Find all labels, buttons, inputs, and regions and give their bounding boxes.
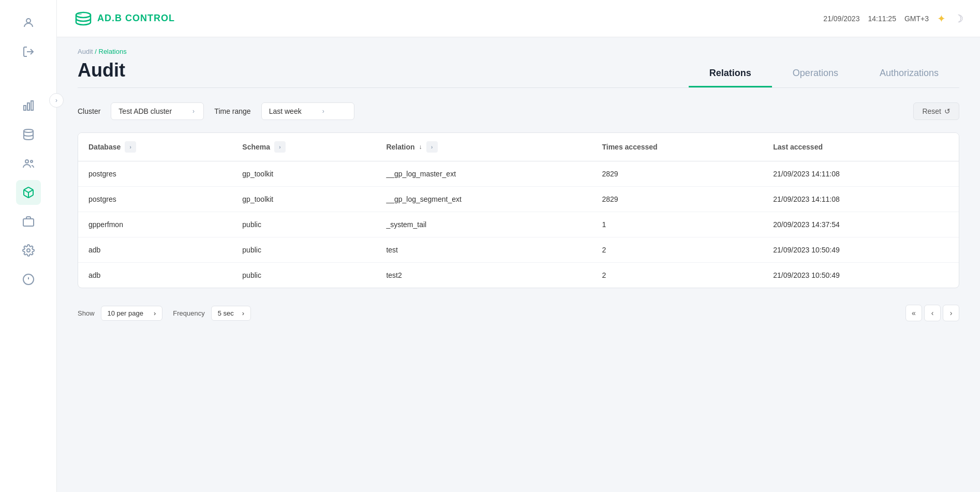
cell-schema-3: public — [232, 237, 376, 263]
svg-rect-3 — [27, 103, 29, 110]
cell-database-0: postgres — [78, 161, 232, 187]
header-right: 21/09/2023 14:11:25 GMT+3 ✦ ☽ — [823, 12, 963, 25]
first-page-button[interactable]: « — [905, 305, 922, 321]
page-content: Audit / Relations Audit Relations Operat… — [57, 37, 980, 492]
page-header: Audit Relations Operations Authorization… — [78, 59, 959, 88]
tab-relations[interactable]: Relations — [689, 62, 772, 87]
cell-times_accessed-1: 2829 — [591, 187, 763, 212]
time-range-label: Time range — [214, 107, 250, 115]
per-page-chevron-icon: › — [154, 309, 156, 317]
cell-schema-4: public — [232, 263, 376, 288]
cell-relation-0: __gp_log_master_ext — [376, 161, 591, 187]
next-page-button[interactable]: › — [943, 305, 959, 321]
svg-rect-2 — [24, 106, 26, 110]
cell-relation-4: test2 — [376, 263, 591, 288]
frequency-chevron-icon: › — [242, 309, 244, 317]
svg-point-7 — [31, 160, 33, 162]
cell-schema-2: public — [232, 212, 376, 237]
time-range-chevron-icon: › — [322, 108, 324, 115]
sidebar-collapse-button[interactable]: › — [49, 93, 64, 108]
show-label: Show — [78, 309, 95, 317]
reset-label: Reset — [922, 107, 941, 115]
svg-point-14 — [76, 12, 91, 18]
cluster-chevron-icon: › — [192, 108, 195, 115]
sidebar-item-users[interactable] — [16, 151, 41, 176]
svg-point-5 — [24, 129, 33, 132]
header-date: 21/09/2023 — [823, 14, 859, 23]
tab-authorizations[interactable]: Authorizations — [859, 62, 959, 87]
cell-last_accessed-4: 21/09/2023 10:50:49 — [763, 263, 959, 288]
table-row: adbpublictest2221/09/2023 10:50:49 — [78, 263, 959, 288]
cell-schema-0: gp_toolkit — [232, 161, 376, 187]
relation-sort-icon[interactable]: ↓ — [419, 143, 422, 151]
svg-point-0 — [26, 19, 31, 23]
cell-last_accessed-3: 21/09/2023 10:50:49 — [763, 237, 959, 263]
sidebar-item-user[interactable] — [16, 10, 41, 35]
cell-relation-3: test — [376, 237, 591, 263]
tab-bar: Relations Operations Authorizations — [689, 62, 959, 87]
cell-times_accessed-2: 1 — [591, 212, 763, 237]
pagination: « ‹ › — [905, 305, 959, 321]
cell-relation-1: __gp_log_segment_ext — [376, 187, 591, 212]
sidebar-item-chart[interactable] — [16, 93, 41, 118]
breadcrumb: Audit / Relations — [78, 37, 959, 59]
dark-theme-icon[interactable]: ☽ — [954, 12, 963, 25]
logo: AD.B CONTROL — [73, 9, 175, 28]
tab-operations[interactable]: Operations — [772, 62, 859, 87]
table-row: postgresgp_toolkit__gp_log_segment_ext28… — [78, 187, 959, 212]
reset-button[interactable]: Reset ↺ — [913, 102, 959, 120]
col-last-accessed: Last accessed — [763, 133, 959, 161]
svg-point-6 — [25, 160, 28, 163]
svg-rect-9 — [23, 219, 34, 226]
table-row: adbpublictest221/09/2023 10:50:49 — [78, 237, 959, 263]
cluster-select[interactable]: Test ADB cluster › — [111, 102, 204, 120]
per-page-select[interactable]: 10 per page › — [101, 306, 163, 321]
database-filter-button[interactable]: › — [125, 141, 136, 153]
cell-database-2: gpperfmon — [78, 212, 232, 237]
main-content: AD.B CONTROL 21/09/2023 14:11:25 GMT+3 ✦… — [57, 0, 980, 492]
time-range-select[interactable]: Last week › — [261, 102, 354, 120]
breadcrumb-parent[interactable]: Audit — [78, 48, 93, 55]
col-schema: Schema › — [232, 133, 376, 161]
cell-schema-1: gp_toolkit — [232, 187, 376, 212]
sidebar-item-briefcase[interactable] — [16, 209, 41, 234]
data-table: Database › Schema › Rela — [78, 132, 959, 288]
frequency-value: 5 sec — [218, 309, 234, 317]
svg-rect-4 — [31, 101, 33, 110]
cell-database-4: adb — [78, 263, 232, 288]
sidebar-item-settings[interactable] — [16, 238, 41, 263]
breadcrumb-separator: / — [95, 48, 98, 55]
page-title: Audit — [78, 59, 125, 87]
cell-relation-2: _system_tail — [376, 212, 591, 237]
cell-times_accessed-0: 2829 — [591, 161, 763, 187]
sidebar-item-audit[interactable] — [16, 180, 41, 205]
bottom-bar: Show 10 per page › Frequency 5 sec › « ‹… — [78, 301, 959, 321]
sidebar-item-info[interactable] — [16, 267, 41, 292]
sidebar-item-logout[interactable] — [16, 39, 41, 64]
cell-times_accessed-4: 2 — [591, 263, 763, 288]
prev-page-button[interactable]: ‹ — [924, 305, 941, 321]
table-row: gpperfmonpublic_system_tail120/09/2023 1… — [78, 212, 959, 237]
cluster-label: Cluster — [78, 107, 100, 115]
table-header-row: Database › Schema › Rela — [78, 133, 959, 161]
header-timezone: GMT+3 — [904, 14, 929, 23]
header-time: 14:11:25 — [868, 14, 896, 23]
frequency-select[interactable]: 5 sec › — [211, 306, 251, 321]
light-theme-icon[interactable]: ✦ — [937, 12, 946, 25]
cell-last_accessed-1: 21/09/2023 14:11:08 — [763, 187, 959, 212]
cell-database-3: adb — [78, 237, 232, 263]
breadcrumb-current: Relations — [99, 48, 127, 55]
sidebar-item-database[interactable] — [16, 122, 41, 147]
logo-icon — [73, 9, 93, 28]
cell-database-1: postgres — [78, 187, 232, 212]
header: AD.B CONTROL 21/09/2023 14:11:25 GMT+3 ✦… — [57, 0, 980, 37]
schema-filter-button[interactable]: › — [274, 141, 286, 153]
cell-times_accessed-3: 2 — [591, 237, 763, 263]
table-row: postgresgp_toolkit__gp_log_master_ext282… — [78, 161, 959, 187]
sidebar: › — [0, 0, 57, 492]
col-relation: Relation ↓ › — [376, 133, 591, 161]
relation-filter-button[interactable]: › — [426, 141, 438, 153]
logo-text: AD.B CONTROL — [97, 13, 175, 24]
svg-point-15 — [78, 13, 82, 15]
col-times-accessed: Times accessed — [591, 133, 763, 161]
